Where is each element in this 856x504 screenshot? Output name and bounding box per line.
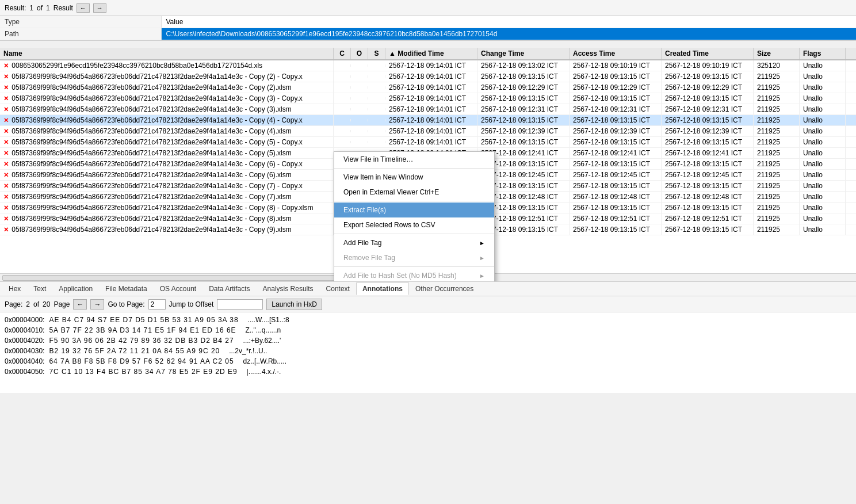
hex-line: 0x00004020:F5 90 3A 96 06 2B 42 79 89 36…: [5, 335, 851, 346]
offset-input[interactable]: [217, 299, 263, 310]
file-modified: 2567-12-18 09:14:01 ICT: [385, 93, 477, 104]
context-menu-item[interactable]: View Item in New Window: [334, 170, 494, 185]
tab-annotations[interactable]: Annotations: [356, 282, 409, 295]
file-flags: Unallo: [800, 115, 846, 125]
table-row[interactable]: ✕ 05f87369f99f8c94f96d54a866723feb06dd72…: [0, 137, 856, 148]
file-c: [334, 97, 351, 100]
table-row[interactable]: ✕ 05f87369f99f8c94f96d54a866723feb06dd72…: [0, 126, 856, 137]
file-name-cell: ✕ 05f87369f99f8c94f96d54a866723feb06dd72…: [0, 82, 334, 93]
file-c: [334, 108, 351, 110]
hex-line: 0x00004030:B2 19 32 76 5F 2A 72 11 21 0A…: [5, 346, 851, 356]
file-size: 211925: [754, 82, 800, 93]
tab-application[interactable]: Application: [52, 282, 99, 295]
go-to-label: Go to Page:: [108, 300, 144, 308]
hex-ascii: ...2v_*r.!..U..: [229, 347, 267, 355]
delete-icon: ✕: [3, 226, 9, 233]
result-total: 1: [46, 4, 50, 12]
hex-bytes: 64 7A B8 F8 5B F8 D9 57 F6 52 62 94 91 A…: [49, 357, 234, 365]
file-name: 05f87369f99f8c94f96d54a866723feb06dd721c…: [12, 193, 291, 201]
file-name: 05f87369f99f8c94f96d54a866723feb06dd721c…: [12, 160, 303, 168]
context-menu-item[interactable]: Export Selected Rows to CSV: [334, 217, 494, 232]
file-o: [351, 64, 368, 67]
file-o: [351, 86, 368, 89]
tab-analysis-results[interactable]: Analysis Results: [257, 282, 320, 295]
col-header-modified[interactable]: ▲ Modified Time: [385, 48, 477, 59]
col-header-c[interactable]: C: [334, 48, 351, 59]
property-key-path: Path: [0, 28, 161, 40]
page-label: Page:: [5, 300, 22, 308]
context-menu-item[interactable]: Add File Tag►: [334, 235, 494, 250]
table-row[interactable]: ✕ 05f87369f99f8c94f96d54a866723feb06dd72…: [0, 71, 856, 82]
bottom-tabs: HexTextApplicationFile MetadataOS Accoun…: [0, 281, 856, 296]
file-c: [334, 141, 351, 143]
file-access: 2567-12-18 09:13:15 ICT: [570, 137, 662, 147]
file-flags: Unallo: [800, 104, 846, 114]
col-header-name[interactable]: Name: [0, 48, 334, 59]
col-header-created[interactable]: Created Time: [662, 48, 754, 59]
context-menu-item[interactable]: Open in External Viewer Ctrl+E: [334, 185, 494, 200]
file-change: 2567-12-18 09:12:29 ICT: [477, 82, 570, 93]
file-access: 2567-12-18 09:12:39 ICT: [570, 126, 662, 136]
col-header-change[interactable]: Change Time: [477, 48, 570, 59]
file-o: [351, 75, 368, 78]
hex-addr: 0x00004010:: [5, 326, 44, 334]
file-flags: Unallo: [800, 170, 846, 180]
file-name-cell: ✕ 05f87369f99f8c94f96d54a866723feb06dd72…: [0, 213, 334, 224]
file-s: [368, 130, 385, 132]
tab-data-artifacts[interactable]: Data Artifacts: [202, 282, 256, 295]
col-header-s[interactable]: S: [368, 48, 385, 59]
table-row[interactable]: ✕ 05f87369f99f8c94f96d54a866723feb06dd72…: [0, 93, 856, 104]
go-to-input[interactable]: [148, 299, 166, 310]
col-header-flags[interactable]: Flags: [800, 48, 846, 59]
col-header-size[interactable]: Size: [754, 48, 800, 59]
file-c: [334, 119, 351, 121]
file-flags: Unallo: [800, 71, 846, 82]
file-modified: 2567-12-18 09:14:01 ICT: [385, 126, 477, 136]
tab-context[interactable]: Context: [320, 282, 356, 295]
page-nav-label: Page: [54, 300, 70, 308]
file-flags: Unallo: [800, 224, 846, 235]
file-name: 05f87369f99f8c94f96d54a866723feb06dd721c…: [12, 83, 291, 91]
tab-other-occurrences[interactable]: Other Occurrences: [409, 282, 480, 295]
file-flags: Unallo: [800, 203, 846, 213]
file-access: 2567-12-18 09:13:15 ICT: [570, 93, 662, 104]
page-prev-button[interactable]: ←: [73, 299, 87, 310]
file-modified: 2567-12-18 09:14:01 ICT: [385, 71, 477, 82]
tab-file-metadata[interactable]: File Metadata: [99, 282, 154, 295]
file-access: 2567-12-18 09:13:15 ICT: [570, 115, 662, 125]
result-prev-button[interactable]: ←: [77, 3, 90, 13]
table-row[interactable]: ✕ 05f87369f99f8c94f96d54a866723feb06dd72…: [0, 104, 856, 115]
tab-hex[interactable]: Hex: [2, 282, 27, 295]
result-bar: Result: 1 of 1 Result ← →: [0, 0, 856, 16]
file-size: 211925: [754, 93, 800, 104]
result-next-button[interactable]: →: [93, 3, 106, 13]
file-access: 2567-12-18 09:12:45 ICT: [570, 170, 662, 180]
table-row[interactable]: ✕ 008653065299f1e96ecd195fe23948cc397621…: [0, 60, 856, 71]
file-access: 2567-12-18 09:12:51 ICT: [570, 213, 662, 224]
result-of: of: [37, 4, 43, 12]
launch-hxd-button[interactable]: Launch in HxD: [266, 299, 322, 310]
table-row[interactable]: ✕ 05f87369f99f8c94f96d54a866723feb06dd72…: [0, 115, 856, 126]
ctx-item-label: Remove File Tag: [343, 254, 395, 262]
table-row[interactable]: ✕ 05f87369f99f8c94f96d54a866723feb06dd72…: [0, 82, 856, 93]
context-menu-item[interactable]: View File in Timeline…: [334, 152, 494, 167]
file-access: 2567-12-18 09:12:48 ICT: [570, 192, 662, 202]
result-current: 1: [29, 4, 33, 12]
tab-text[interactable]: Text: [27, 282, 52, 295]
delete-icon: ✕: [3, 84, 9, 91]
file-created: 2567-12-18 09:12:41 ICT: [662, 148, 754, 158]
file-change: 2567-12-18 09:12:39 ICT: [477, 126, 570, 136]
context-menu-item[interactable]: Extract File(s): [334, 203, 494, 217]
file-access: 2567-12-18 09:13:15 ICT: [570, 181, 662, 191]
file-created: 2567-12-18 09:12:31 ICT: [662, 104, 754, 114]
page-next-button[interactable]: →: [90, 299, 104, 310]
col-header-o[interactable]: O: [351, 48, 368, 59]
col-header-access[interactable]: Access Time: [570, 48, 662, 59]
property-value-path[interactable]: C:\Users\infected\Downloads\008653065299…: [161, 28, 856, 40]
file-access: 2567-12-18 09:10:19 ICT: [570, 60, 662, 71]
file-created: 2567-12-18 09:13:15 ICT: [662, 203, 754, 213]
file-name: 05f87369f99f8c94f96d54a866723feb06dd721c…: [12, 182, 303, 190]
hex-addr: 0x00004000:: [5, 316, 44, 324]
tab-os-account[interactable]: OS Account: [154, 282, 202, 295]
property-row-type: Type Value: [0, 16, 856, 28]
